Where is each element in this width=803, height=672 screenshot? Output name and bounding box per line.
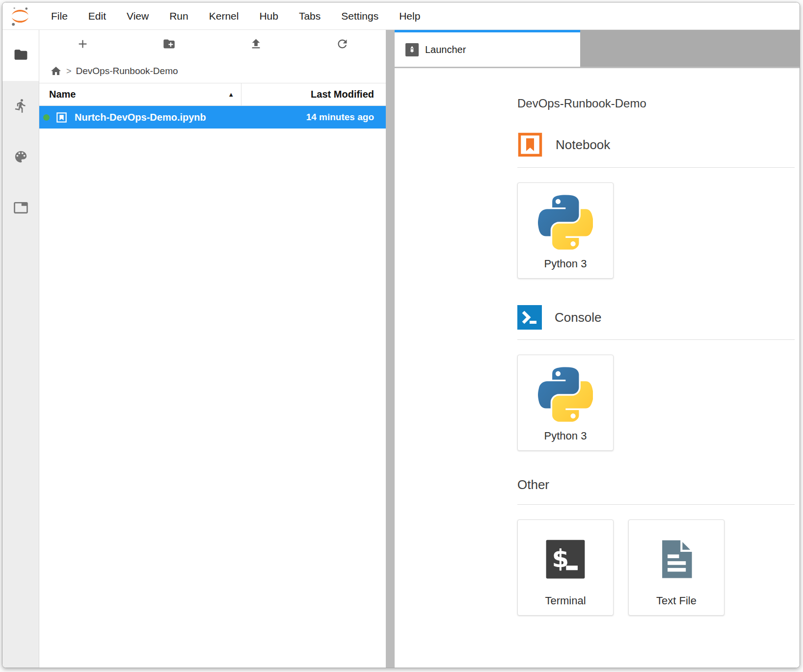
launcher-panel: DevOps-Runbook-Demo Notebook <box>395 68 800 668</box>
activity-bar <box>2 30 39 668</box>
jupyterlab-window: File Edit View Run Kernel Hub Tabs Setti… <box>2 2 800 668</box>
launcher-section-console: Console Python 3 <box>517 305 795 451</box>
menu-bar: File Edit View Run Kernel Hub Tabs Setti… <box>2 2 800 30</box>
panel-splitter[interactable] <box>386 30 395 668</box>
file-browser-toolbar <box>39 30 386 59</box>
menu-kernel[interactable]: Kernel <box>199 10 249 22</box>
launcher-card-console-python3[interactable]: Python 3 <box>517 355 614 451</box>
breadcrumb-current-folder[interactable]: DevOps-Runbook-Demo <box>76 66 178 77</box>
menu-hub[interactable]: Hub <box>249 10 289 22</box>
notebook-cards: Python 3 <box>517 182 795 279</box>
launcher-rocket-icon <box>405 43 419 56</box>
menu-file[interactable]: File <box>41 10 78 22</box>
folder-icon <box>13 47 28 64</box>
menu-help[interactable]: Help <box>389 10 430 22</box>
sort-ascending-icon: ▲ <box>228 91 234 98</box>
card-label: Python 3 <box>544 258 587 270</box>
home-icon[interactable] <box>50 65 62 77</box>
menu-tabs[interactable]: Tabs <box>289 10 331 22</box>
breadcrumb: > DevOps-Runbook-Demo <box>39 59 386 83</box>
launcher-cwd-title: DevOps-Runbook-Demo <box>517 97 795 110</box>
new-folder-icon <box>162 37 176 52</box>
notebook-section-label: Notebook <box>556 137 610 153</box>
menu-settings[interactable]: Settings <box>331 10 389 22</box>
sidebar-tab-running-sessions[interactable] <box>2 81 39 132</box>
sidebar-tab-file-browser[interactable] <box>2 30 39 81</box>
upload-button[interactable] <box>213 30 299 59</box>
python-logo-icon <box>538 355 593 430</box>
text-file-icon <box>655 520 698 594</box>
upload-icon <box>249 37 263 52</box>
other-section-header: Other <box>517 477 795 505</box>
column-header-last-modified[interactable]: Last Modified <box>241 83 386 105</box>
refresh-button[interactable] <box>299 30 386 59</box>
jupyter-logo-icon <box>9 5 31 27</box>
console-cards: Python 3 <box>517 355 795 451</box>
tabs-icon <box>13 200 28 217</box>
palette-icon <box>13 149 28 166</box>
file-row-selected[interactable]: Nurtch-DevOps-Demo.ipynb 14 minutes ago <box>39 106 386 129</box>
menu-run[interactable]: Run <box>159 10 199 22</box>
tab-launcher-label: Launcher <box>425 44 466 55</box>
running-icon <box>13 98 28 115</box>
notebook-section-header: Notebook <box>517 132 795 168</box>
plus-icon <box>76 37 89 52</box>
sidebar-tab-command-palette[interactable] <box>2 132 39 183</box>
card-label: Python 3 <box>544 430 587 442</box>
card-label: Text File <box>656 594 696 607</box>
column-header-name[interactable]: Name ▲ <box>39 83 241 105</box>
tab-launcher[interactable]: Launcher <box>395 30 580 67</box>
notebook-icon <box>517 132 543 157</box>
other-section-label: Other <box>517 477 549 492</box>
launcher-section-notebook: Notebook Python 3 <box>517 132 795 279</box>
launcher-card-text-file[interactable]: Text File <box>628 519 724 616</box>
main-dock-area: Launcher DevOps-Runbook-Demo Notebook <box>395 30 800 668</box>
name-column-label: Name <box>49 89 76 100</box>
breadcrumb-separator: > <box>66 66 72 77</box>
notebook-file-icon <box>55 111 68 124</box>
sidebar-tab-open-tabs[interactable] <box>2 183 39 234</box>
console-section-header: Console <box>517 305 795 340</box>
terminal-icon: $ <box>545 520 586 594</box>
kernel-running-dot <box>43 114 50 121</box>
menu-edit[interactable]: Edit <box>78 10 116 22</box>
launcher-section-other: Other $ Terminal <box>517 477 795 616</box>
card-label: Terminal <box>545 594 586 607</box>
other-cards: $ Terminal <box>517 519 795 616</box>
file-name: Nurtch-DevOps-Demo.ipynb <box>75 112 306 123</box>
last-modified-column-label: Last Modified <box>311 89 374 100</box>
file-listing-header: Name ▲ Last Modified <box>39 83 386 106</box>
launcher-card-terminal[interactable]: $ Terminal <box>517 519 614 616</box>
new-launcher-button[interactable] <box>39 30 126 59</box>
screenshot-stage: File Edit View Run Kernel Hub Tabs Setti… <box>0 0 803 672</box>
launcher-card-notebook-python3[interactable]: Python 3 <box>517 182 614 279</box>
console-icon <box>517 305 542 330</box>
python-logo-icon <box>538 183 593 258</box>
file-last-modified: 14 minutes ago <box>306 112 386 123</box>
new-folder-button[interactable] <box>126 30 213 59</box>
console-section-label: Console <box>555 310 601 325</box>
dock-tab-bar: Launcher <box>395 30 800 68</box>
refresh-icon <box>336 37 349 52</box>
file-browser-panel: > DevOps-Runbook-Demo Name ▲ Last Modifi… <box>39 30 386 668</box>
menu-view[interactable]: View <box>116 10 159 22</box>
